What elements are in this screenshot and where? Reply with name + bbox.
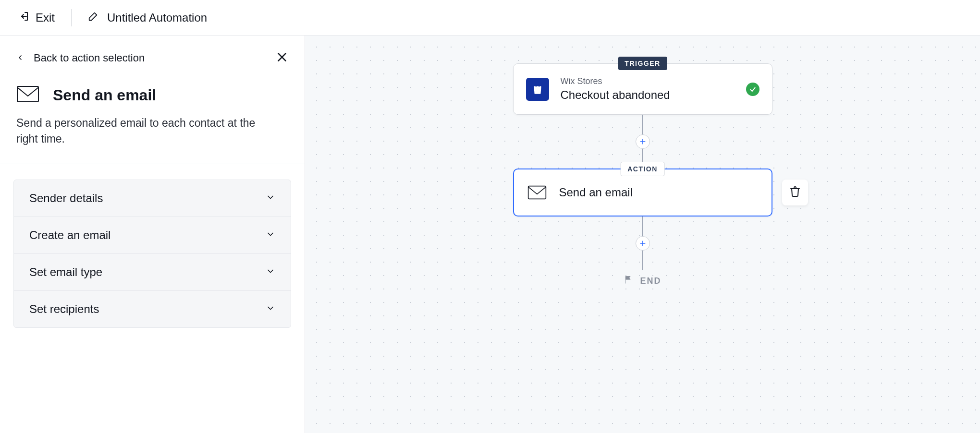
email-icon: [527, 182, 548, 203]
svg-rect-2: [17, 86, 38, 102]
close-panel-button[interactable]: [276, 51, 288, 65]
top-bar: Exit Untitled Automation: [0, 0, 980, 36]
action-badge: ACTION: [620, 162, 665, 176]
action-node-wrap: ACTION Send an email: [513, 168, 772, 216]
action-config-panel: Back to action selection: [0, 36, 305, 433]
flow-end: END: [624, 275, 661, 287]
pencil-icon: [88, 11, 98, 24]
accordion-label: Sender details: [29, 192, 103, 205]
close-icon: [276, 57, 288, 65]
trigger-title: Checkout abandoned: [561, 88, 735, 102]
accordion-label: Create an email: [29, 229, 110, 242]
chevron-down-icon: [266, 229, 275, 242]
accordion-create-email[interactable]: Create an email: [14, 217, 291, 254]
exit-button[interactable]: Exit: [18, 11, 55, 25]
action-title: Send an email: [559, 186, 759, 199]
delete-node-button[interactable]: [782, 180, 808, 205]
automation-title-button[interactable]: Untitled Automation: [88, 11, 207, 24]
exit-icon: [18, 11, 30, 25]
automation-title: Untitled Automation: [107, 11, 207, 24]
accordion-label: Set email type: [29, 265, 102, 279]
trigger-app-name: Wix Stores: [561, 76, 735, 86]
chevron-down-icon: [266, 302, 275, 316]
accordion-set-email-type[interactable]: Set email type: [14, 254, 291, 291]
check-icon: [746, 83, 760, 96]
trigger-node[interactable]: Wix Stores Checkout abandoned: [513, 63, 772, 115]
back-link[interactable]: Back to action selection: [16, 52, 145, 64]
add-step-button[interactable]: [636, 134, 650, 149]
flag-icon: [624, 275, 633, 287]
trigger-node-wrap: TRIGGER Wix Stores Checkout abandoned: [513, 63, 772, 115]
panel-description: Send a personalized email to each contac…: [16, 115, 266, 147]
add-step-button[interactable]: [636, 236, 650, 251]
email-icon: [16, 85, 39, 105]
accordion-sender-details[interactable]: Sender details: [14, 180, 291, 217]
chevron-left-icon: [16, 52, 24, 64]
end-label: END: [640, 276, 661, 286]
accordion-set-recipients[interactable]: Set recipients: [14, 291, 291, 327]
wix-stores-icon: [526, 78, 549, 101]
config-accordion: Sender details Create an email Set email…: [13, 180, 291, 328]
chevron-down-icon: [266, 192, 275, 205]
trigger-badge: TRIGGER: [618, 57, 667, 70]
divider: [71, 9, 72, 26]
exit-label: Exit: [36, 11, 55, 24]
chevron-down-icon: [266, 265, 275, 279]
accordion-label: Set recipients: [29, 302, 99, 316]
panel-title: Send an email: [53, 86, 156, 104]
svg-rect-5: [528, 186, 546, 199]
back-label: Back to action selection: [34, 52, 145, 64]
trash-icon: [789, 186, 801, 199]
flow-canvas[interactable]: TRIGGER Wix Stores Checkout abandoned: [305, 36, 980, 433]
